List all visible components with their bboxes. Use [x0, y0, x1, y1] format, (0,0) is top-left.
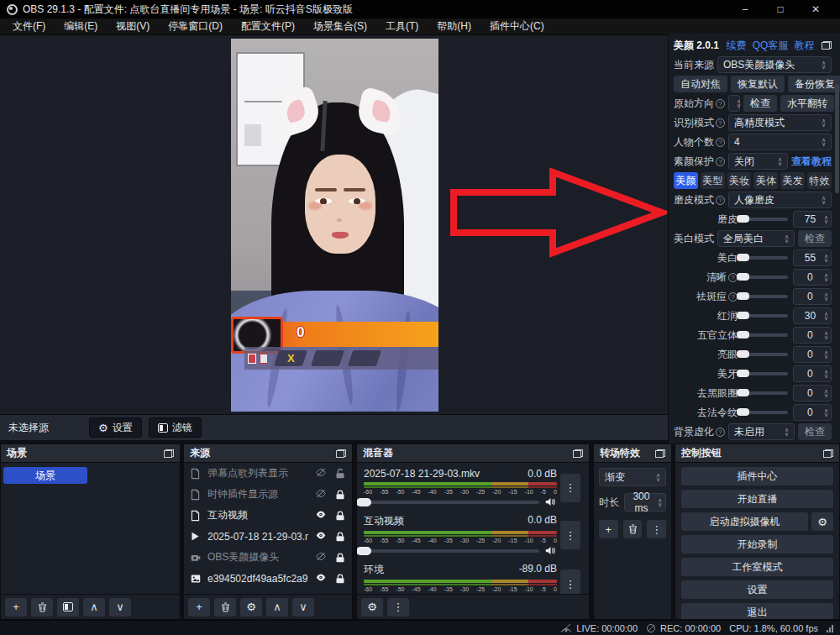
source-down-button[interactable]: ∨: [292, 598, 314, 617]
studio-mode-button[interactable]: 工作室模式: [681, 558, 833, 576]
remove-scene-button[interactable]: [31, 598, 53, 617]
settings-button[interactable]: 设置: [681, 580, 833, 599]
whiten-value[interactable]: 55∧∨: [793, 249, 832, 266]
channel-menu-button[interactable]: ⋮: [560, 569, 580, 594]
smooth-value[interactable]: 75∧∨: [793, 211, 832, 228]
plugin-center-button[interactable]: 插件中心: [681, 467, 833, 485]
menu-plugin-center[interactable]: 插件中心(C): [480, 18, 554, 35]
scene-down-button[interactable]: ∨: [109, 598, 131, 617]
face-3d-value[interactable]: 0∧∨: [793, 327, 832, 344]
visibility-toggle[interactable]: [314, 467, 328, 480]
help-icon[interactable]: ?: [716, 157, 725, 166]
virtual-camera-settings-button[interactable]: ⚙: [811, 512, 833, 531]
remove-transition-button[interactable]: [623, 520, 643, 538]
menu-edit[interactable]: 编辑(E): [55, 18, 107, 35]
tab-beauty[interactable]: 美颜: [674, 172, 698, 189]
scene-item-selected[interactable]: 场景: [3, 467, 87, 484]
nasolabial-value[interactable]: 0∧∨: [793, 404, 832, 421]
popout-icon[interactable]: [164, 449, 174, 458]
source-row[interactable]: 2025-07-18 21-29-03.mkv: [184, 526, 352, 547]
menu-view[interactable]: 视图(V): [107, 18, 159, 35]
source-row[interactable]: 时钟插件显示源: [184, 484, 352, 505]
menu-tools[interactable]: 工具(T): [376, 18, 428, 35]
lock-toggle[interactable]: [333, 593, 347, 595]
mixer-menu-button[interactable]: ⋮: [387, 598, 409, 617]
blemish-value[interactable]: 0∧∨: [793, 288, 832, 305]
duration-spinner[interactable]: 300 ms ∧∨: [624, 493, 666, 512]
exit-button[interactable]: 退出: [681, 603, 833, 619]
smooth-mode-select[interactable]: 人像磨皮 ∧∨: [728, 192, 832, 208]
popout-icon[interactable]: [822, 41, 832, 50]
bright-eyes-value[interactable]: 0∧∨: [793, 346, 832, 363]
autofocus-button[interactable]: 自动对焦: [674, 76, 727, 92]
popout-icon[interactable]: [655, 449, 665, 458]
start-recording-button[interactable]: 开始录制: [681, 535, 833, 554]
clarity-value[interactable]: 0∧∨: [793, 269, 832, 286]
popout-icon[interactable]: [336, 449, 346, 458]
tab-reshape[interactable]: 美型: [701, 172, 725, 189]
visibility-toggle[interactable]: [314, 530, 328, 543]
lock-toggle[interactable]: [333, 572, 347, 585]
close-button[interactable]: ✕: [798, 0, 833, 18]
visibility-toggle[interactable]: [314, 593, 328, 595]
source-up-button[interactable]: ∧: [266, 598, 288, 617]
rosy-value[interactable]: 30∧∨: [793, 307, 832, 324]
horizontal-flip-button[interactable]: 水平翻转: [780, 95, 834, 112]
help-icon[interactable]: ?: [716, 196, 725, 205]
add-transition-button[interactable]: +: [599, 520, 618, 538]
source-row[interactable]: 滚动: [184, 589, 352, 594]
volume-slider[interactable]: [364, 501, 539, 504]
mixer-dock-header[interactable]: 混音器: [357, 444, 589, 463]
orientation-select[interactable]: 上 ∧∨: [728, 95, 740, 112]
popout-icon[interactable]: [573, 449, 583, 458]
bright-eyes-slider[interactable]: [743, 353, 788, 356]
source-row[interactable]: 弹幕点歌列表显示: [184, 463, 352, 484]
smooth-slider[interactable]: [743, 218, 788, 221]
lock-toggle[interactable]: [333, 530, 347, 543]
source-row[interactable]: e394502df49aa5fc2a99cd2e7c: [184, 568, 352, 589]
transitions-dock-header[interactable]: 转场特效: [594, 444, 671, 463]
tutorial-link[interactable]: 教程: [794, 39, 814, 53]
popout-icon[interactable]: [823, 449, 833, 458]
channel-menu-button[interactable]: ⋮: [560, 521, 580, 549]
help-icon[interactable]: ?: [716, 428, 725, 437]
backup-restore-button[interactable]: 备份恢复: [788, 76, 840, 92]
clarity-slider[interactable]: [743, 276, 788, 279]
preview-area[interactable]: 0 X: [0, 35, 668, 414]
dark-circles-value[interactable]: 0∧∨: [793, 385, 832, 401]
source-row[interactable]: 互动视频: [184, 505, 352, 526]
menu-file[interactable]: 文件(F): [3, 18, 55, 35]
beauty-scrollbar[interactable]: [835, 84, 839, 193]
transition-select[interactable]: 渐变 ∧∨: [599, 468, 666, 486]
source-row[interactable]: OBS美颜摄像头: [184, 547, 352, 568]
teeth-value[interactable]: 0∧∨: [793, 365, 832, 382]
scenes-dock-header[interactable]: 场景: [1, 444, 180, 463]
teeth-slider[interactable]: [743, 372, 788, 375]
filters-button[interactable]: 滤镜: [149, 417, 202, 438]
visibility-toggle[interactable]: [314, 488, 328, 501]
help-icon[interactable]: ?: [716, 138, 725, 147]
help-icon[interactable]: ?: [716, 99, 725, 108]
tab-body[interactable]: 美体: [753, 172, 778, 189]
menu-profile[interactable]: 配置文件(P): [232, 18, 304, 35]
add-source-button[interactable]: +: [188, 598, 210, 617]
volume-slider[interactable]: [364, 549, 539, 553]
lock-toggle[interactable]: [333, 467, 347, 480]
maximize-button[interactable]: □: [763, 0, 798, 18]
visibility-toggle[interactable]: [314, 572, 328, 585]
menu-scene-collection[interactable]: 场景集合(S): [304, 18, 376, 35]
tab-makeup[interactable]: 美妆: [727, 172, 752, 189]
detect-mode-select[interactable]: 高精度模式 ∧∨: [728, 114, 832, 131]
transition-menu-button[interactable]: ⋮: [647, 520, 666, 538]
lock-toggle[interactable]: [333, 509, 347, 522]
help-icon[interactable]: ?: [716, 118, 725, 128]
sources-dock-header[interactable]: 来源: [184, 444, 352, 463]
menu-docks[interactable]: 停靠窗口(D): [159, 18, 232, 35]
blemish-slider[interactable]: [743, 295, 788, 298]
bg-blur-select[interactable]: 未启用 ∧∨: [728, 423, 795, 440]
bare-face-protect-select[interactable]: 关闭 ∧∨: [728, 153, 788, 170]
video-preview[interactable]: 0 X: [231, 39, 438, 412]
rosy-slider[interactable]: [743, 314, 788, 318]
lock-toggle[interactable]: [333, 551, 347, 564]
dark-circles-slider[interactable]: [743, 391, 788, 395]
